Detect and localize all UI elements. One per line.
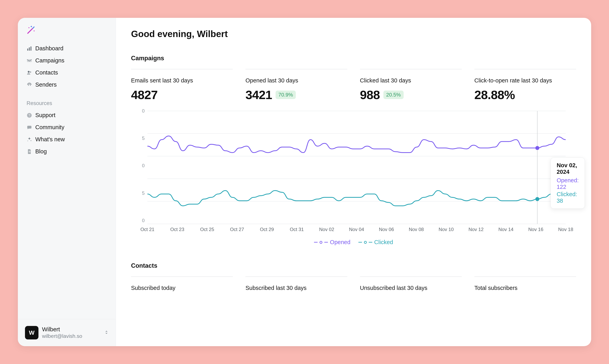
svg-point-0 [28, 27, 29, 28]
svg-text:Nov 10: Nov 10 [439, 227, 454, 232]
stat-total-subscribers: Total subscribers [474, 276, 576, 295]
svg-point-10 [30, 140, 31, 141]
legend-opened[interactable]: Opened [314, 239, 350, 246]
page-title: Good evening, Wilbert [131, 28, 576, 39]
main-content: Good evening, Wilbert Campaigns Emails s… [116, 18, 591, 346]
campaigns-title: Campaigns [131, 55, 576, 62]
svg-text:Oct 31: Oct 31 [290, 227, 304, 232]
stat-label: Emails sent last 30 days [131, 77, 233, 84]
stat-label: Opened last 30 days [245, 77, 347, 84]
stat-opened: Opened last 30 days 3421 70.9% [245, 69, 347, 102]
svg-text:0: 0 [142, 163, 145, 168]
status-badge: 20.5% [384, 91, 404, 99]
svg-text:Nov 16: Nov 16 [528, 227, 543, 232]
stat-label: Unsubscribed last 30 days [360, 285, 462, 291]
resources-label: Resources [18, 91, 116, 109]
svg-point-41 [535, 146, 539, 150]
contacts-title: Contacts [131, 262, 576, 269]
svg-text:Oct 29: Oct 29 [260, 227, 274, 232]
sidebar-item-whatsnew[interactable]: What's new [21, 133, 112, 145]
svg-rect-13 [29, 152, 30, 152]
svg-text:Oct 27: Oct 27 [230, 227, 244, 232]
document-icon [26, 149, 35, 154]
tooltip-opened: Opened: 122 [557, 177, 579, 190]
stat-unsubscribed-30: Unsubscribed last 30 days [360, 276, 462, 295]
sidebar-item-senders[interactable]: Senders [21, 79, 112, 91]
stat-subscribed-today: Subscribed today [131, 276, 233, 295]
svg-point-6 [30, 71, 31, 73]
fingerprint-icon [26, 82, 35, 88]
campaigns-stats: Emails sent last 30 days 4827 Opened las… [131, 69, 576, 102]
stat-label: Click-to-open rate last 30 days [474, 77, 576, 84]
stat-value: 4827 [131, 88, 158, 102]
sidebar-item-dashboard[interactable]: Dashboard [21, 42, 112, 54]
svg-rect-9 [27, 126, 31, 128]
sidebar-item-label: Dashboard [35, 45, 64, 52]
sidebar-item-contacts[interactable]: Contacts [21, 66, 112, 79]
contacts-section: Contacts Subscribed today Subscribed las… [131, 262, 576, 295]
svg-text:5: 5 [142, 136, 145, 141]
svg-point-11 [27, 141, 28, 141]
stat-label: Total subscribers [474, 285, 576, 291]
help-icon: ? [26, 113, 35, 118]
svg-text:Nov 02: Nov 02 [319, 227, 334, 232]
sidebar-item-label: Support [35, 112, 55, 118]
svg-point-42 [535, 197, 539, 201]
svg-text:0: 0 [142, 109, 145, 114]
app-logo [18, 18, 116, 40]
campaigns-section: Campaigns Emails sent last 30 days 4827 … [131, 55, 576, 246]
chevron-updown-icon [104, 330, 109, 335]
sidebar-item-community[interactable]: Community [21, 121, 112, 133]
svg-text:Nov 12: Nov 12 [468, 227, 484, 232]
sidebar-item-blog[interactable]: Blog [21, 145, 112, 157]
tooltip-date: Nov 02, 2024 [557, 162, 579, 175]
stat-subscribed-30: Subscribed last 30 days [245, 276, 347, 295]
stat-value: 988 [360, 88, 380, 102]
legend-clicked[interactable]: Clicked [358, 239, 393, 246]
stat-value: 28.88% [474, 88, 515, 102]
wand-icon [26, 25, 36, 35]
tooltip-clicked: Clicked: 38 [557, 191, 579, 204]
resources-nav: ? Support Community What's new [18, 109, 116, 157]
chart-tooltip: Nov 02, 2024 Opened: 122 Clicked: 38 [551, 157, 585, 209]
svg-rect-3 [29, 47, 30, 51]
chart-legend: Opened Clicked [131, 236, 576, 246]
user-menu[interactable]: W Wilbert wilbert@lavish.so [18, 319, 116, 346]
svg-text:?: ? [28, 113, 30, 117]
stat-label: Clicked last 30 days [360, 77, 462, 84]
svg-text:Nov 06: Nov 06 [379, 227, 394, 232]
svg-rect-2 [27, 49, 28, 51]
stat-ctor: Click-to-open rate last 30 days 28.88% [474, 69, 576, 102]
chat-icon [26, 125, 35, 130]
line-chart-svg: 05050Oct 21Oct 23Oct 25Oct 27Oct 29Oct 3… [131, 109, 576, 236]
sidebar-item-label: Senders [35, 81, 57, 88]
contacts-stats: Subscribed today Subscribed last 30 days… [131, 276, 576, 295]
svg-text:Oct 21: Oct 21 [140, 227, 154, 232]
sidebar-item-label: Contacts [35, 69, 58, 76]
users-icon [26, 70, 35, 76]
svg-point-1 [34, 30, 35, 31]
sidebar-item-label: Blog [35, 148, 47, 155]
envelope-icon [26, 58, 35, 64]
svg-rect-4 [30, 46, 31, 51]
svg-rect-12 [29, 151, 30, 151]
primary-nav: Dashboard Campaigns Contacts Senders [18, 40, 116, 91]
avatar: W [25, 326, 39, 339]
status-badge: 70.9% [276, 91, 296, 99]
svg-text:5: 5 [142, 190, 145, 196]
svg-text:0: 0 [142, 218, 145, 223]
sparkles-icon [26, 137, 35, 142]
svg-text:Nov 14: Nov 14 [498, 227, 514, 232]
app-window: Dashboard Campaigns Contacts Senders [18, 18, 591, 346]
sidebar-item-support[interactable]: ? Support [21, 109, 112, 121]
svg-point-5 [28, 71, 29, 73]
svg-text:Nov 04: Nov 04 [349, 227, 364, 232]
stat-value: 3421 [245, 88, 272, 102]
sidebar-item-label: Community [35, 124, 65, 130]
campaigns-chart: 05050Oct 21Oct 23Oct 25Oct 27Oct 29Oct 3… [131, 109, 576, 246]
sidebar-item-campaigns[interactable]: Campaigns [21, 54, 112, 66]
svg-text:Oct 25: Oct 25 [200, 227, 214, 232]
svg-text:Oct 23: Oct 23 [170, 227, 184, 232]
sidebar-item-label: What's new [35, 136, 65, 143]
bar-chart-icon [26, 46, 35, 51]
